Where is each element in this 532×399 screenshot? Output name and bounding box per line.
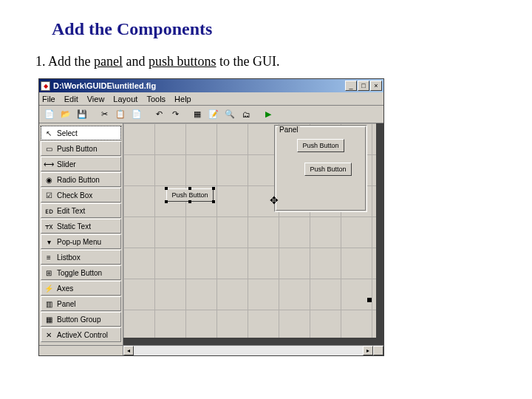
new-icon[interactable]: 📄 [42,107,57,122]
panel-label: Panel [278,126,300,134]
menu-file[interactable]: File [42,95,55,103]
palette-edit-text[interactable]: ᴇᴅEdit Text [41,203,121,218]
selection-handle[interactable] [212,200,215,203]
resize-handle[interactable] [367,298,372,302]
inspector-icon[interactable]: 🔍 [222,107,237,122]
close-button[interactable]: × [370,81,382,91]
open-icon[interactable]: 📂 [58,107,73,122]
menu-help[interactable]: Help [174,95,191,103]
run-icon[interactable]: ▶ [261,107,276,122]
copy-icon[interactable]: 📋 [113,107,128,122]
page-title: Add the Components [52,19,502,39]
menu-tools[interactable]: Tools [146,95,166,103]
selection-handle[interactable] [188,187,191,190]
palette-axes[interactable]: ⚡Axes [41,281,121,296]
palette-panel[interactable]: ▥Panel [41,296,121,311]
minimize-button[interactable]: _ [345,81,357,91]
scroll-right-icon[interactable]: ▸ [363,346,373,355]
palette-push-button[interactable]: ▭Push Button [41,141,121,156]
titlebar[interactable]: ◆ D:\Work\GUIDE\untitled.fig _ □ × [39,79,383,92]
list-icon: ≡ [44,252,54,262]
popup-icon: ▾ [44,236,54,247]
palette-toggle[interactable]: ⊞Toggle Button [41,265,121,280]
pointer-icon: ↖ [44,128,54,138]
axes-icon: ⚡ [44,283,54,293]
app-icon: ◆ [41,81,50,91]
window-title: D:\Work\GUIDE\untitled.fig [53,81,345,90]
text-icon: ᴛx [44,221,54,231]
palette-checkbox[interactable]: ☑Check Box [41,188,121,202]
palette-select[interactable]: ↖Select [41,126,121,140]
edit-icon: ᴇᴅ [44,205,54,216]
palette-slider[interactable]: ⟷Slider [41,157,121,171]
group-icon: ▦ [44,314,54,324]
ui-panel[interactable]: Panel Push Button Push Button [274,125,367,212]
selection-handle[interactable] [188,200,191,203]
redo-icon[interactable]: ↷ [168,107,183,122]
canvas-edge-bottom [123,338,383,345]
component-palette: ↖Select ▭Push Button ⟷Slider ◉Radio Butt… [39,123,123,345]
scroll-corner [373,346,383,355]
horizontal-scrollbar[interactable]: ◂ ▸ [39,345,383,355]
menu-layout[interactable]: Layout [113,95,137,103]
move-cursor-icon: ✥ [270,194,279,206]
editor-icon[interactable]: 📝 [206,107,221,122]
app-window: ◆ D:\Work\GUIDE\untitled.fig _ □ × File … [38,78,384,356]
slider-icon: ⟷ [44,159,54,169]
button-icon: ▭ [44,143,54,154]
step-text: 1. Add the panel and push buttons to the… [35,54,502,69]
panel-button-1[interactable]: Push Button [297,139,344,152]
palette-listbox[interactable]: ≡Listbox [41,250,121,265]
toolbar: 📄 📂 💾 ✂ 📋 📄 ↶ ↷ ▦ 📝 🔍 🗂 ▶ [39,106,383,123]
selection-handle[interactable] [212,187,215,190]
maximize-button[interactable]: □ [358,81,369,91]
radio-icon: ◉ [44,174,54,185]
palette-radio[interactable]: ◉Radio Button [41,172,121,187]
palette-activex[interactable]: ✕ActiveX Control [41,327,121,342]
palette-popup[interactable]: ▾Pop-up Menu [41,234,121,249]
panel-icon: ▥ [44,299,54,309]
palette-static-text[interactable]: ᴛxStatic Text [41,219,121,233]
palette-button-group[interactable]: ▦Button Group [41,312,121,327]
undo-icon[interactable]: ↶ [151,107,166,122]
selection-handle[interactable] [165,187,168,190]
menu-view[interactable]: View [87,95,105,103]
menu-edit[interactable]: Edit [64,95,78,103]
panel-button-2[interactable]: Push Button [304,163,352,176]
activex-icon: ✕ [44,330,54,340]
align-icon[interactable]: ▦ [190,107,205,122]
paste-icon[interactable]: 📄 [129,107,144,122]
menubar: File Edit View Layout Tools Help [39,92,383,106]
design-canvas[interactable]: Panel Push Button Push Button Push Butto… [123,123,383,345]
cut-icon[interactable]: ✂ [97,107,112,122]
save-icon[interactable]: 💾 [75,107,89,122]
selection-handle[interactable] [165,200,168,203]
toggle-icon: ⊞ [44,267,54,278]
canvas-edge-right [376,123,383,345]
check-icon: ☑ [44,190,54,200]
scroll-left-icon[interactable]: ◂ [123,346,134,355]
browser-icon[interactable]: 🗂 [239,107,253,122]
